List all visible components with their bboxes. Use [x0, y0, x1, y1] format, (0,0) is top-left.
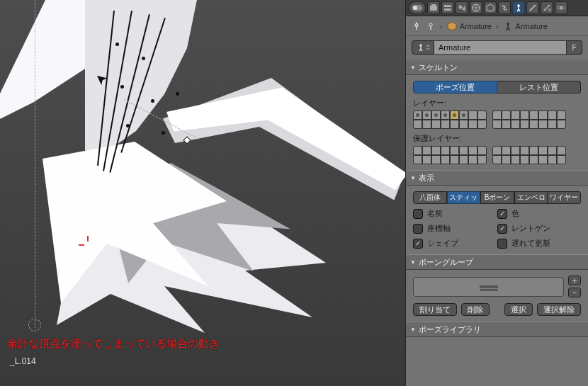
- layer-cell[interactable]: [431, 110, 441, 120]
- datablock-name-field[interactable]: Armature: [434, 40, 567, 55]
- layer-cell[interactable]: [557, 110, 566, 120]
- layer-cell[interactable]: [441, 110, 450, 120]
- section-header-display[interactable]: ▼ 表示: [406, 170, 588, 186]
- layer-cell[interactable]: [548, 120, 557, 129]
- layer-cell[interactable]: [538, 155, 548, 164]
- layer-cell[interactable]: [557, 120, 566, 129]
- pin-icon[interactable]: [412, 21, 422, 31]
- layer-cell[interactable]: [548, 110, 557, 120]
- tab-pose-position[interactable]: ポーズ位置: [413, 81, 497, 93]
- layer-cell[interactable]: [520, 146, 529, 155]
- breadcrumb-object[interactable]: Armature: [447, 21, 492, 31]
- layer-cell[interactable]: [529, 155, 538, 164]
- layer-cell[interactable]: [520, 120, 529, 129]
- remove-button[interactable]: 削除: [461, 303, 490, 316]
- layer-cell[interactable]: [511, 120, 520, 129]
- tab-bone-constraints-icon[interactable]: [541, 1, 553, 14]
- section-header-skeleton[interactable]: ▼ スケルトン: [406, 59, 588, 75]
- select-button[interactable]: 選択: [504, 303, 533, 316]
- remove-bone-group-button[interactable]: －: [568, 288, 581, 297]
- layer-cell[interactable]: [459, 146, 468, 155]
- layer-cell[interactable]: [450, 146, 459, 155]
- layer-cell[interactable]: [450, 110, 459, 120]
- viewport-3d[interactable]: ➤ 余計な頂点を塗ってしまっている場合の動き _L.014: [0, 0, 405, 386]
- layer-cell[interactable]: [468, 155, 477, 164]
- tab-render-layers-icon[interactable]: [441, 1, 454, 14]
- section-header-bone-groups[interactable]: ▼ ボーングループ: [406, 254, 588, 270]
- layer-cell[interactable]: [492, 146, 502, 155]
- add-bone-group-button[interactable]: ＋: [568, 276, 581, 285]
- tab-world-icon[interactable]: [470, 1, 482, 14]
- layer-cell[interactable]: [413, 120, 422, 129]
- layer-cell[interactable]: [502, 146, 511, 155]
- deselect-button[interactable]: 選択解除: [537, 303, 581, 316]
- layer-cell[interactable]: [477, 155, 487, 164]
- layer-cell[interactable]: [431, 155, 441, 164]
- layer-cell[interactable]: [431, 146, 441, 155]
- layer-cell[interactable]: [422, 155, 431, 164]
- context-toggle-icon[interactable]: [409, 1, 426, 14]
- layer-cell[interactable]: [511, 110, 520, 120]
- check-delay[interactable]: 遅れて更新: [497, 238, 582, 249]
- tab-wire[interactable]: ワイヤー: [548, 191, 581, 204]
- section-header-pose-library[interactable]: ▼ ポーズライブラリ: [406, 322, 588, 337]
- layer-cell[interactable]: [468, 110, 477, 120]
- layer-cell[interactable]: [413, 155, 422, 164]
- check-shapes[interactable]: ✓シェイプ: [413, 238, 497, 249]
- layer-cell[interactable]: [557, 155, 566, 164]
- check-axes[interactable]: 座標軸: [413, 223, 497, 234]
- layer-cell[interactable]: [459, 120, 468, 129]
- fake-user-button[interactable]: F: [567, 40, 582, 55]
- layer-cell[interactable]: [502, 155, 511, 164]
- layer-cell[interactable]: [422, 146, 431, 155]
- layer-cell[interactable]: [441, 146, 450, 155]
- tab-octahedral[interactable]: 八面体: [413, 191, 447, 204]
- layer-cell[interactable]: [450, 155, 459, 164]
- tab-stick[interactable]: スティッ: [447, 191, 481, 204]
- layer-cell[interactable]: [422, 120, 431, 129]
- datablock-type-button[interactable]: [412, 40, 434, 55]
- layer-cell[interactable]: [450, 120, 459, 129]
- tab-bbone[interactable]: Bボーン: [480, 191, 514, 204]
- assign-button[interactable]: 割り当て: [413, 303, 457, 316]
- layer-cell[interactable]: [441, 155, 450, 164]
- layer-cell[interactable]: [538, 110, 548, 120]
- layer-cell[interactable]: [548, 146, 557, 155]
- layer-cell[interactable]: [413, 146, 422, 155]
- layer-cell[interactable]: [431, 120, 441, 129]
- layer-cell[interactable]: [492, 110, 502, 120]
- layer-cell[interactable]: [441, 120, 450, 129]
- check-colors[interactable]: ✓色: [497, 208, 582, 219]
- check-xray[interactable]: ✓レントゲン: [497, 223, 582, 234]
- layer-cell[interactable]: [529, 110, 538, 120]
- layer-cell[interactable]: [511, 155, 520, 164]
- layer-cell[interactable]: [492, 120, 502, 129]
- breadcrumb-data[interactable]: Armature: [503, 21, 548, 31]
- layer-cell[interactable]: [548, 155, 557, 164]
- layer-cell[interactable]: [520, 155, 529, 164]
- layer-cell[interactable]: [538, 120, 548, 129]
- layer-cell[interactable]: [477, 120, 487, 129]
- layer-cell[interactable]: [413, 110, 422, 120]
- tab-envelope[interactable]: エンベロ: [514, 191, 548, 204]
- layer-cell[interactable]: [468, 146, 477, 155]
- layer-cell[interactable]: [529, 120, 538, 129]
- layer-cell[interactable]: [459, 155, 468, 164]
- layer-cell[interactable]: [529, 146, 538, 155]
- layer-cell[interactable]: [538, 146, 548, 155]
- layer-cell[interactable]: [520, 110, 529, 120]
- layer-cell[interactable]: [511, 146, 520, 155]
- layer-cell[interactable]: [422, 110, 431, 120]
- layer-cell[interactable]: [459, 110, 468, 120]
- check-names[interactable]: 名前: [413, 208, 497, 219]
- tab-constraints-icon[interactable]: [498, 1, 511, 14]
- pin-alt-icon[interactable]: [426, 21, 436, 31]
- layer-cell[interactable]: [492, 155, 502, 164]
- layer-cell[interactable]: [502, 110, 511, 120]
- layer-cell[interactable]: [477, 146, 487, 155]
- tab-object-icon[interactable]: [484, 1, 497, 14]
- layer-cell[interactable]: [468, 120, 477, 129]
- layer-cell[interactable]: [502, 120, 511, 129]
- tab-rest-position[interactable]: レスト位置: [497, 81, 581, 93]
- tab-render-icon[interactable]: [427, 1, 440, 14]
